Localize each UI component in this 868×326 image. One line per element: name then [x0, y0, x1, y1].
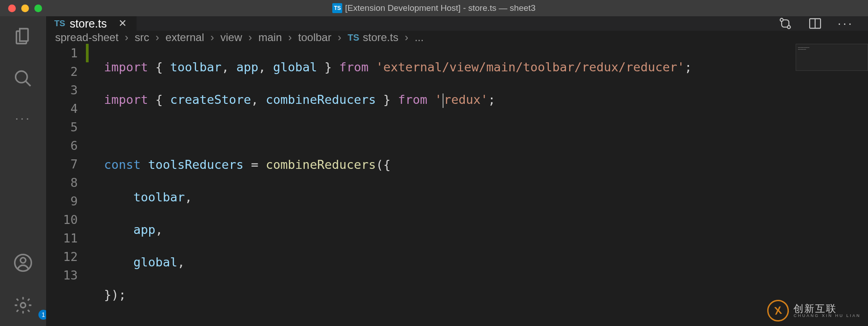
breadcrumb-file[interactable]: store.ts [363, 31, 398, 44]
watermark-text-pinyin: CHUANG XIN HU LIAN [793, 314, 861, 318]
watermark-text-cn: 创新互联 [793, 304, 861, 314]
settings-gear-icon[interactable] [13, 295, 33, 315]
compare-changes-icon[interactable] [778, 16, 793, 31]
explorer-icon[interactable] [13, 26, 33, 46]
tab-store-ts[interactable]: TS store.ts ✕ [46, 16, 137, 31]
editor-tabs: TS store.ts ✕ ··· [46, 16, 868, 31]
watermark-logo-icon: X [766, 298, 790, 323]
breadcrumb-item[interactable]: external [165, 31, 204, 44]
code-editor[interactable]: 1 2 3 4 5 6 7 8 9 10 11 12 13 import { t… [46, 44, 868, 326]
more-icon[interactable]: ··· [15, 111, 31, 126]
breadcrumb[interactable]: spread-sheet› src› external› view› main›… [46, 31, 868, 44]
breadcrumb-tail[interactable]: ... [415, 31, 424, 44]
breadcrumb-item[interactable]: spread-sheet [55, 31, 118, 44]
more-actions-icon[interactable]: ··· [838, 16, 854, 31]
svg-line-1 [26, 81, 31, 86]
activity-bar: ··· 1 [0, 16, 46, 326]
search-icon[interactable] [13, 69, 33, 88]
line-gutter: 1 2 3 4 5 6 7 8 9 10 11 12 13 [46, 44, 86, 326]
titlebar: TS [Extension Development Host] - store.… [0, 0, 868, 16]
window-close-button[interactable] [8, 5, 16, 12]
svg-point-0 [16, 71, 28, 83]
split-editor-icon[interactable] [808, 16, 822, 31]
ts-icon: TS [54, 19, 65, 28]
breadcrumb-item[interactable]: main [259, 31, 282, 44]
tab-title: store.ts [70, 17, 107, 30]
minimap[interactable]: ▂▂▂▂▂▂▂▂▂▂▂▂▂▂▂▂▂▂▂▂▂▂▂▂ [796, 44, 868, 71]
svg-point-6 [787, 26, 790, 29]
close-icon[interactable]: ✕ [118, 18, 127, 29]
text-cursor [443, 93, 443, 108]
ts-icon: TS [348, 33, 359, 43]
window-zoom-button[interactable] [34, 5, 42, 12]
account-icon[interactable] [13, 253, 33, 273]
svg-point-4 [21, 303, 26, 308]
code-content[interactable]: import { toolbar, app, global } from 'ex… [86, 44, 868, 326]
breadcrumb-item[interactable]: src [135, 31, 149, 44]
watermark: X 创新互联 CHUANG XIN HU LIAN [767, 300, 861, 321]
window-minimize-button[interactable] [21, 5, 29, 12]
breadcrumb-item[interactable]: toolbar [298, 31, 331, 44]
svg-point-3 [20, 258, 26, 263]
window-title: [Extension Development Host] - store.ts … [345, 3, 535, 13]
file-type-icon: TS [332, 3, 342, 13]
svg-point-5 [780, 19, 783, 22]
breadcrumb-item[interactable]: view [220, 31, 242, 44]
